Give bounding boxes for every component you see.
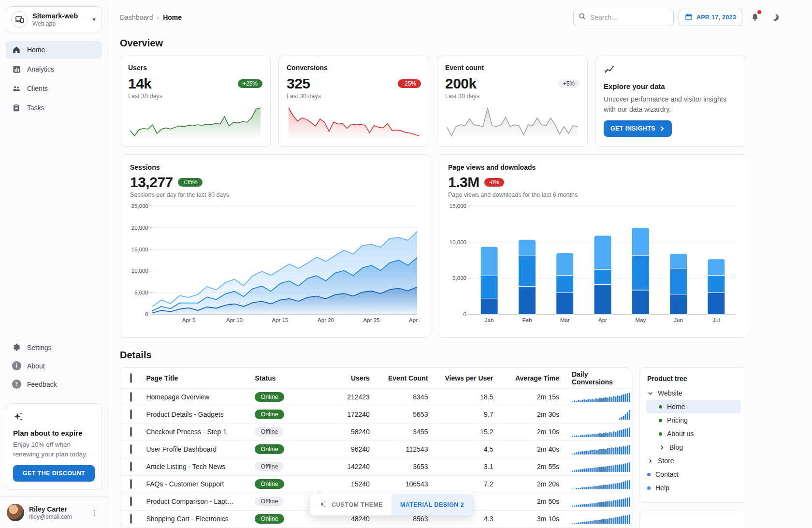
cell-views-per-user: 7.2 [428,475,493,493]
daily-conversions-sparkline [572,513,631,525]
sidebar-item-label: About [27,362,45,370]
col-header-status[interactable]: Status [255,368,317,388]
row-checkbox[interactable] [130,514,132,524]
sidebar-item-analytics[interactable]: Analytics [6,60,102,78]
chart-subtitle: Page views and downloads for the last 6 … [448,191,738,198]
search-input[interactable] [590,14,668,21]
svg-text:Apr 15: Apr 15 [272,317,289,323]
material-design-2-option[interactable]: MATERIAL DESIGN 2 [392,494,473,515]
row-checkbox[interactable] [130,410,132,419]
svg-text:10,000: 10,000 [131,268,148,274]
sessions-area-chart[interactable]: 05,00010,00015,00020,00025,000Apr 5Apr 1… [130,202,420,326]
chart-title: Sessions [130,163,420,171]
green-dot-icon [659,405,662,409]
row-checkbox[interactable] [130,427,132,437]
kebab-menu-icon[interactable]: ⋮ [87,507,101,518]
svg-text:Mar: Mar [560,317,570,323]
get-discount-button[interactable]: GET THE DISCOUNT [13,465,95,482]
row-checkbox[interactable] [130,444,132,454]
insights-icon [604,69,615,77]
row-checkbox[interactable] [130,392,132,402]
table-row[interactable]: Article Listing - Tech NewsOffline142240… [120,458,631,475]
sidebar-item-feedback[interactable]: ? Feedback [6,376,102,393]
status-badge: Online [255,475,317,493]
get-insights-button[interactable]: GET INSIGHTS [604,120,672,137]
trend-badge: +5% [558,79,580,88]
explore-data-card: Explore your data Uncover performance an… [595,56,746,147]
stat-caption: Last 30 days [445,93,580,100]
product-tree-title: Product tree [646,375,741,382]
table-row[interactable]: Homepage OverviewOnline212423834518.52m … [120,388,631,406]
tree-item-label: About us [667,430,694,438]
cell-users: 15240 [317,475,370,493]
cell-event-count: 112543 [370,440,428,458]
cell-page-title: Product Details - Gadgets [146,406,255,423]
sidebar-item-label: Settings [27,344,52,352]
svg-text:10,000: 10,000 [450,239,466,245]
user-name: Riley Carter [29,505,83,513]
sidebar-item-home[interactable]: Home [6,41,102,59]
svg-text:25,000: 25,000 [131,203,148,209]
col-header-average-time[interactable]: Average Time [493,368,559,388]
users-sparkline [128,104,262,140]
col-header-event-count[interactable]: Event Count [370,368,428,388]
table-row[interactable]: User Profile DashboardOnline962401125434… [120,440,631,458]
calendar-icon [685,13,693,22]
stat-value: 200k [445,75,477,92]
svg-text:5,000: 5,000 [134,290,148,295]
promo-title: Explore your data [604,82,738,90]
date-picker-button[interactable]: APR 17, 2023 [679,9,742,26]
tree-item-about-us[interactable]: About us [646,427,741,440]
tree-item-home[interactable]: Home [646,400,741,413]
sidebar-item-tasks[interactable]: Tasks [6,99,102,117]
dark-mode-toggle[interactable] [768,10,783,25]
breadcrumb-root[interactable]: Dashboard [120,14,153,21]
tree-item-help[interactable]: Help [646,481,741,495]
cell-average-time: 2m 30s [493,406,559,423]
cell-views-per-user: 3.1 [428,458,493,475]
stat-card-event-count[interactable]: Event count 200k +5% Last 30 days [437,56,588,147]
table-row[interactable]: Product Details - GadgetsOnline172240565… [120,406,631,423]
stat-card-conversions[interactable]: Conversions 325 -25% Last 30 days [278,56,429,147]
pageviews-bar-chart[interactable]: 05,00010,00015,000JanFebMarAprMayJunJul [448,202,738,326]
cell-event-count: 3455 [370,423,428,440]
svg-text:Apr 5: Apr 5 [182,317,196,323]
sidebar-spacer [0,120,108,336]
stat-title: Event count [445,64,580,72]
promo-body: Uncover performance and visitor insights… [604,94,738,115]
col-header-views-per-user[interactable]: Views per User [428,368,493,388]
user-account: Riley Carter riley@email.com ⋮ [0,497,108,528]
stat-caption: Last 30 days [128,93,262,100]
status-chip: Online [255,392,284,402]
tree-item-store[interactable]: Store [646,454,741,468]
col-header-page-title[interactable]: Page Title [146,368,255,388]
green-dot-icon [659,419,662,422]
search-input-wrap [573,9,674,26]
bell-icon [750,13,760,22]
cell-page-title: Article Listing - Tech News [146,458,255,475]
svg-text:Jan: Jan [485,317,494,323]
select-all-checkbox[interactable] [130,373,132,383]
row-checkbox[interactable] [130,497,132,506]
custom-theme-option[interactable]: CUSTOM THEME [310,494,392,515]
chevron-right-icon: › [157,14,160,21]
notifications-button[interactable] [747,10,763,25]
col-header-users[interactable]: Users [317,368,370,388]
row-checkbox[interactable] [130,479,132,489]
row-checkbox[interactable] [130,462,132,471]
table-row[interactable]: FAQs - Customer SupportOnline15240106543… [120,475,631,493]
tree-item-contact[interactable]: Contact [646,468,741,481]
stat-card-users[interactable]: Users 14k +25% Last 30 days [120,56,271,147]
tree-item-pricing[interactable]: Pricing [646,413,741,427]
workspace-select[interactable]: Sitemark-web Web app ▼ [6,6,102,32]
tree-item-website[interactable]: Website [646,386,741,400]
table-row[interactable]: Checkout Process - Step 1Offline58240345… [120,423,631,440]
sidebar-item-clients[interactable]: Clients [6,80,102,97]
sidebar-item-about[interactable]: i About [6,358,102,374]
cell-event-count: 3653 [370,458,428,475]
tree-item-blog[interactable]: Blog [646,440,741,454]
tree-item-label: Contact [655,470,679,478]
status-badge: Offline [255,423,317,440]
col-header-daily-conversions[interactable]: Daily Conversions [559,368,631,388]
sidebar-item-settings[interactable]: Settings [6,339,102,356]
